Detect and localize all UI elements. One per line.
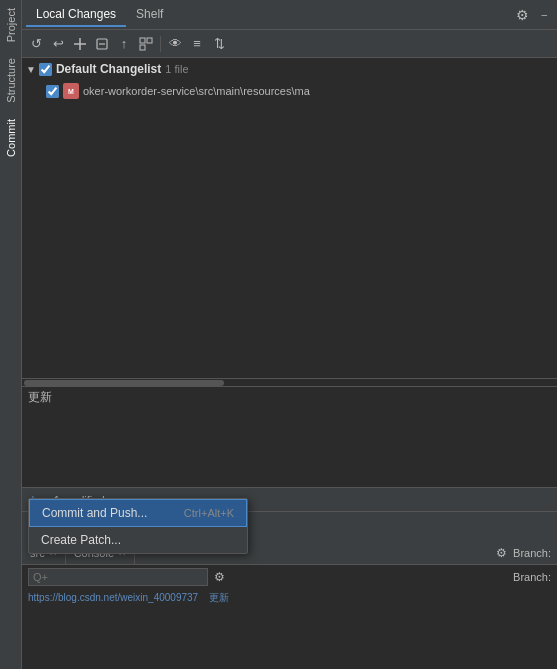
expand-arrow: ▼ — [26, 64, 36, 75]
console-content: ⚙ Branch: — [22, 565, 557, 589]
move-btn[interactable] — [136, 34, 156, 54]
console-gear-icon[interactable]: ⚙ — [214, 570, 225, 584]
branch-value: Branch: — [513, 571, 551, 583]
file-row[interactable]: M oker-workorder-service\src\main\resour… — [22, 80, 557, 102]
refresh-btn[interactable]: ↺ — [26, 34, 46, 54]
branch-info: Branch: — [513, 547, 551, 559]
svg-rect-1 — [140, 38, 145, 43]
sort-btn[interactable]: ⇅ — [209, 34, 229, 54]
list-btn[interactable]: ≡ — [187, 34, 207, 54]
minimize-icon[interactable]: – — [535, 7, 553, 22]
tab-local-changes[interactable]: Local Changes — [26, 3, 126, 27]
file-checkbox[interactable] — [46, 85, 59, 98]
add-btn[interactable] — [70, 34, 90, 54]
console-settings-icon[interactable]: ⚙ — [496, 546, 507, 560]
dropdown-menu: Commit and Push... Ctrl+Alt+K Create Pat… — [28, 498, 248, 554]
scroll-thumb[interactable] — [24, 380, 224, 386]
svg-rect-3 — [140, 45, 145, 50]
sidebar-item-commit[interactable]: Commit — [3, 111, 19, 165]
file-type-icon: M — [63, 83, 79, 99]
console-search-input[interactable] — [28, 568, 208, 586]
left-sidebar: Project Structure Commit — [0, 0, 22, 669]
upload-btn[interactable]: ↑ — [114, 34, 134, 54]
changelist-checkbox[interactable] — [39, 63, 52, 76]
undo-btn[interactable]: ↩ — [48, 34, 68, 54]
sidebar-item-project[interactable]: Project — [3, 0, 19, 50]
sidebar-item-structure[interactable]: Structure — [3, 50, 19, 111]
file-tree: ▼ Default Changelist 1 file M oker-worko… — [22, 58, 557, 378]
console-url: https://blog.csdn.net/weixin_40009737 更新 — [22, 589, 557, 607]
scroll-bar[interactable] — [22, 378, 557, 386]
commit-area: 更新 — [22, 386, 557, 487]
remove-btn[interactable] — [92, 34, 112, 54]
tab-bar: Local Changes Shelf ⚙ – — [22, 0, 557, 30]
settings-icon[interactable]: ⚙ — [510, 5, 535, 25]
tab-shelf[interactable]: Shelf — [126, 3, 173, 27]
commit-and-push-item[interactable]: Commit and Push... Ctrl+Alt+K — [29, 499, 247, 527]
changelist-row[interactable]: ▼ Default Changelist 1 file — [22, 58, 557, 80]
svg-rect-2 — [147, 38, 152, 43]
toolbar: ↺ ↩ ↑ 👁 ≡ ⇅ — [22, 30, 557, 58]
main-panel: Local Changes Shelf ⚙ – ↺ ↩ ↑ 👁 — [22, 0, 557, 669]
create-patch-item[interactable]: Create Patch... — [29, 527, 247, 553]
eye-btn[interactable]: 👁 — [165, 34, 185, 54]
commit-message[interactable]: 更新 — [22, 387, 557, 487]
main-window: Project Structure Commit Local Changes S… — [0, 0, 557, 669]
